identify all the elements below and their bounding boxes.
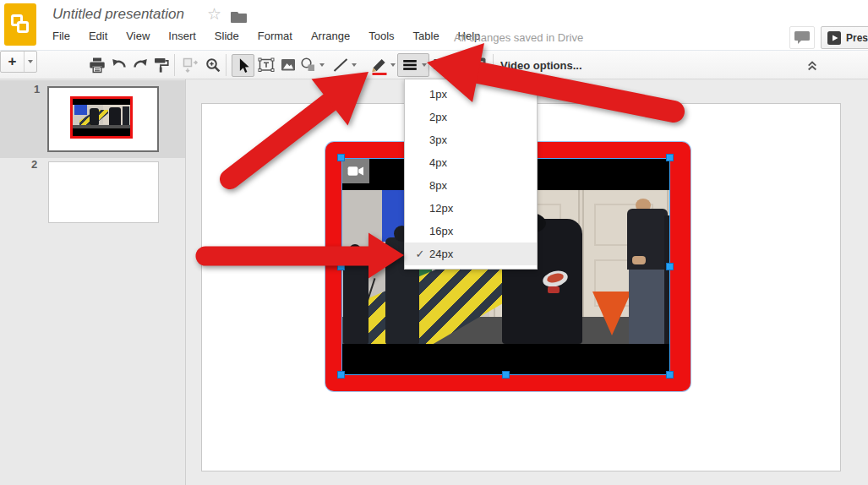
slide-2-number: 2 bbox=[31, 158, 37, 171]
menu-item-4px[interactable]: 4px bbox=[405, 151, 537, 174]
text-lines-button[interactable] bbox=[467, 55, 488, 75]
menu-insert[interactable]: Insert bbox=[168, 30, 196, 42]
menu-item-1px[interactable]: 1px bbox=[405, 83, 537, 106]
slide-1-video-preview bbox=[70, 96, 133, 139]
line-tool-button[interactable] bbox=[330, 55, 351, 75]
undo-button[interactable] bbox=[109, 55, 129, 75]
plus-icon[interactable]: + bbox=[1, 52, 24, 72]
camera-icon bbox=[347, 164, 365, 178]
resize-handle-top-right[interactable] bbox=[666, 154, 674, 161]
menu-item-8px[interactable]: 8px bbox=[405, 174, 537, 197]
insert-image-button[interactable] bbox=[278, 55, 298, 75]
menu-tools[interactable]: Tools bbox=[368, 30, 394, 42]
toolbar: + bbox=[0, 51, 868, 79]
line-color-pencil-icon bbox=[369, 55, 390, 75]
new-slide-button[interactable]: + bbox=[0, 51, 37, 73]
comment-icon bbox=[793, 30, 811, 45]
shape-tool-button[interactable] bbox=[298, 55, 319, 75]
document-title[interactable]: Untitled presentation bbox=[52, 6, 184, 23]
slides-logo-icon[interactable] bbox=[4, 3, 36, 46]
resize-handle-bottom-right[interactable] bbox=[666, 371, 674, 379]
line-dropdown-caret[interactable] bbox=[352, 63, 357, 67]
menu-item-3px[interactable]: 3px bbox=[405, 128, 537, 151]
folder-icon[interactable] bbox=[231, 10, 247, 27]
menu-view[interactable]: View bbox=[126, 30, 150, 42]
zoom-in-icon bbox=[203, 55, 223, 75]
double-chevron-up-icon bbox=[803, 56, 822, 74]
menu-item-2px[interactable]: 2px bbox=[405, 106, 537, 128]
collapse-toolbar-button[interactable] bbox=[801, 55, 823, 75]
menu-edit[interactable]: Edit bbox=[89, 30, 107, 42]
line-icon bbox=[330, 55, 351, 75]
line-weight-caret[interactable] bbox=[422, 63, 427, 67]
redo-icon bbox=[130, 55, 150, 75]
resize-handle-mid-left[interactable] bbox=[337, 263, 345, 270]
menu-table[interactable]: Table bbox=[413, 30, 439, 42]
fit-zoom-button-disabled bbox=[180, 55, 200, 75]
fit-zoom-icon bbox=[180, 55, 200, 75]
shape-dropdown-caret[interactable] bbox=[319, 63, 325, 67]
save-status: All changes saved in Drive bbox=[454, 31, 583, 44]
paint-format-button[interactable] bbox=[151, 55, 172, 75]
select-tool-button[interactable] bbox=[232, 54, 254, 77]
redo-button[interactable] bbox=[130, 55, 150, 75]
undo-icon bbox=[109, 55, 129, 75]
slide-1-thumbnail[interactable] bbox=[47, 86, 159, 152]
menu-item-16px[interactable]: 16px bbox=[405, 220, 537, 243]
shape-icon bbox=[298, 55, 319, 75]
line-dash-button[interactable] bbox=[431, 55, 451, 75]
toolbar-separator bbox=[174, 54, 175, 76]
text-box-button[interactable] bbox=[256, 55, 276, 75]
menu-format[interactable]: Format bbox=[258, 30, 292, 42]
play-icon bbox=[827, 31, 841, 45]
slide-1-number: 1 bbox=[34, 83, 40, 95]
resize-handle-mid-right[interactable] bbox=[666, 263, 674, 270]
menu-bar: File Edit View Insert Slide Format Arran… bbox=[52, 30, 480, 42]
star-icon[interactable]: ☆ bbox=[207, 5, 221, 24]
header: Untitled presentation ☆ File Edit View I… bbox=[0, 0, 868, 51]
comments-button[interactable] bbox=[789, 26, 815, 49]
printer-icon bbox=[87, 55, 107, 75]
resize-handle-bottom-left[interactable] bbox=[337, 371, 345, 379]
menu-item-24px[interactable]: ✓24px bbox=[405, 243, 537, 265]
print-button[interactable] bbox=[87, 55, 107, 75]
slide-filmstrip: 1 2 bbox=[0, 79, 186, 485]
toolbar-separator bbox=[226, 54, 227, 76]
slide-2-thumbnail[interactable] bbox=[48, 161, 159, 223]
cursor-icon bbox=[234, 57, 253, 75]
toolbar-separator bbox=[493, 54, 494, 76]
text-box-icon bbox=[256, 55, 276, 75]
resize-handle-bottom-center[interactable] bbox=[502, 371, 510, 379]
line-weight-button[interactable] bbox=[397, 53, 429, 77]
orange-pennant bbox=[592, 292, 631, 335]
checkmark-icon: ✓ bbox=[411, 248, 429, 260]
line-color-button[interactable] bbox=[369, 55, 390, 75]
resize-handle-top-left[interactable] bbox=[337, 154, 345, 161]
video-camera-badge bbox=[341, 158, 369, 183]
image-icon bbox=[278, 55, 298, 75]
new-slide-dropdown[interactable] bbox=[24, 52, 36, 72]
line-weight-menu: 1px 2px 3px 4px 8px 12px 16px ✓24px bbox=[404, 79, 538, 270]
line-weight-icon bbox=[401, 56, 419, 74]
google-slides-app: { "header": { "title": "Untitled present… bbox=[0, 0, 868, 485]
line-color-caret[interactable] bbox=[390, 63, 396, 67]
text-lines-icon bbox=[467, 55, 488, 75]
menu-arrange[interactable]: Arrange bbox=[311, 30, 350, 42]
menu-slide[interactable]: Slide bbox=[215, 30, 239, 42]
video-options-button[interactable]: Video options... bbox=[500, 59, 582, 72]
menu-file[interactable]: File bbox=[52, 30, 70, 42]
present-label: Pres bbox=[846, 32, 868, 44]
menu-item-12px[interactable]: 12px bbox=[405, 197, 537, 220]
paint-roller-icon bbox=[151, 55, 172, 75]
present-button[interactable]: Pres bbox=[821, 26, 868, 49]
zoom-button[interactable] bbox=[203, 55, 223, 75]
line-dash-icon bbox=[431, 55, 451, 75]
